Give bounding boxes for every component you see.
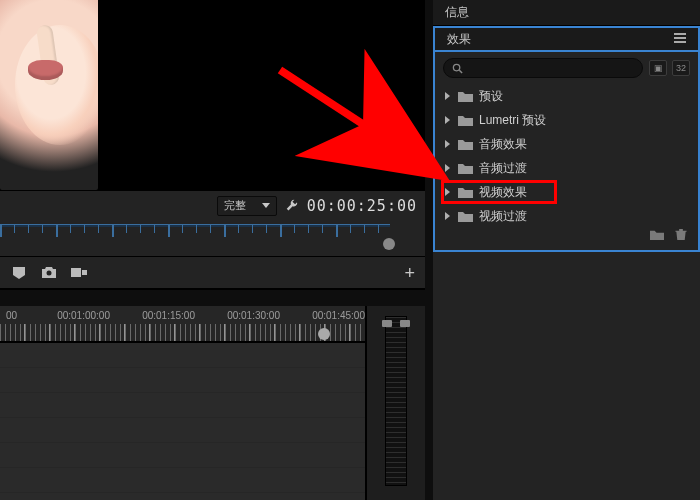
program-monitor-panel: 完整 00:00:25:00 + — [0, 0, 425, 500]
svg-rect-1 — [71, 268, 81, 277]
monitor-toolbar: + — [0, 256, 425, 290]
disclosure-triangle-icon[interactable] — [445, 116, 450, 124]
preview-frame — [0, 0, 98, 190]
search-icon — [452, 63, 463, 74]
disclosure-triangle-icon[interactable] — [445, 164, 450, 172]
ruler-labels: 00 00:01:00:00 00:01:15:00 00:01:30:00 0… — [0, 306, 365, 324]
effects-tree: 预设 Lumetri 预设 音频效果 音频过渡 — [443, 86, 690, 226]
effects-folder-lumetri[interactable]: Lumetri 预设 — [443, 110, 690, 130]
svg-point-6 — [453, 64, 459, 70]
disclosure-triangle-icon[interactable] — [445, 140, 450, 148]
svg-rect-5 — [674, 41, 686, 43]
audio-meter — [365, 306, 425, 500]
svg-rect-4 — [674, 37, 686, 39]
export-frame-icon[interactable] — [70, 265, 88, 281]
trash-icon[interactable] — [674, 228, 688, 244]
fx-badge-2[interactable]: 32 — [672, 60, 690, 76]
timecode-display[interactable]: 00:00:25:00 — [307, 197, 417, 215]
disclosure-triangle-icon[interactable] — [445, 212, 450, 220]
effects-folder-audio-effects[interactable]: 音频效果 — [443, 134, 690, 154]
chevron-down-icon — [262, 203, 270, 208]
camera-icon[interactable] — [40, 265, 58, 281]
effects-search-input[interactable] — [443, 58, 643, 78]
folder-icon — [458, 162, 473, 174]
playhead-icon[interactable] — [318, 328, 330, 340]
seek-bar[interactable] — [0, 220, 425, 256]
preview-viewport[interactable] — [0, 0, 425, 190]
disclosure-triangle-icon[interactable] — [445, 188, 450, 196]
fx-badge-1[interactable]: ▣ — [649, 60, 667, 76]
svg-rect-3 — [674, 33, 686, 35]
effects-folder-video-transitions[interactable]: 视频过渡 — [443, 206, 690, 226]
timeline-ruler[interactable]: 00 00:01:00:00 00:01:15:00 00:01:30:00 0… — [0, 306, 365, 500]
svg-rect-2 — [82, 270, 87, 275]
playback-resolution-label: 完整 — [224, 198, 246, 213]
audio-meter-handles[interactable] — [382, 320, 410, 328]
effects-panel: ▣ 32 预设 Lumetri 预设 音频效果 — [433, 52, 700, 252]
timeline-tracks[interactable] — [0, 342, 365, 500]
settings-wrench-icon[interactable] — [285, 199, 299, 213]
folder-icon — [458, 90, 473, 102]
folder-icon — [458, 210, 473, 222]
playback-resolution-dropdown[interactable]: 完整 — [217, 196, 277, 216]
seek-handle-icon[interactable] — [383, 238, 395, 250]
panel-menu-icon[interactable] — [674, 32, 686, 47]
svg-point-0 — [47, 270, 52, 275]
effects-panel-tab[interactable]: 效果 — [433, 26, 700, 52]
new-bin-icon[interactable] — [650, 228, 664, 244]
disclosure-triangle-icon[interactable] — [445, 92, 450, 100]
panel-empty-area — [433, 252, 700, 500]
info-panel-tab[interactable]: 信息 — [433, 0, 700, 26]
add-button-icon[interactable]: + — [404, 264, 415, 282]
effects-folder-video-effects[interactable]: 视频效果 — [443, 182, 555, 202]
audio-level-meter — [385, 316, 407, 486]
folder-icon — [458, 186, 473, 198]
effects-folder-presets[interactable]: 预设 — [443, 86, 690, 106]
svg-line-7 — [459, 70, 462, 73]
folder-icon — [458, 138, 473, 150]
effects-folder-audio-transitions[interactable]: 音频过渡 — [443, 158, 690, 178]
folder-icon — [458, 114, 473, 126]
marker-icon[interactable] — [10, 265, 28, 281]
